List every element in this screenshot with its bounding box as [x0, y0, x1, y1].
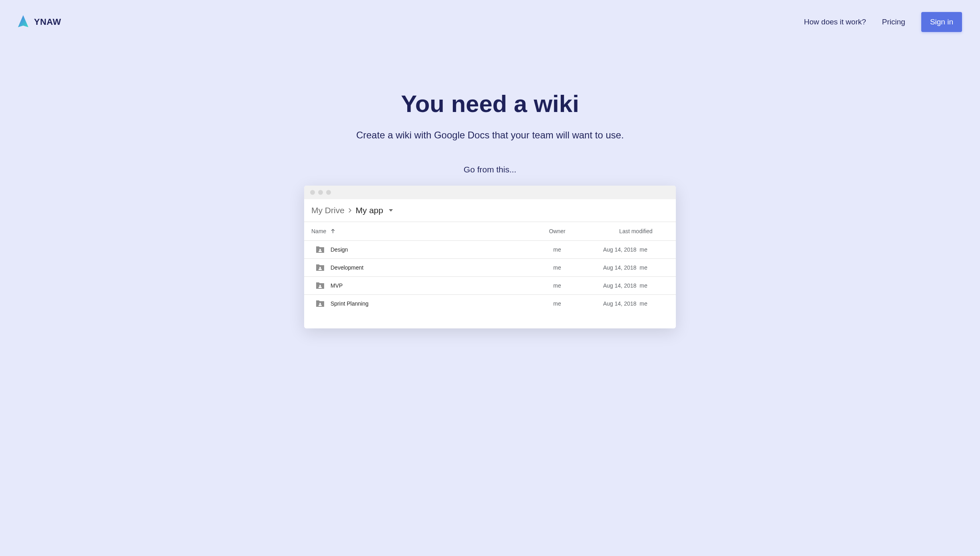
logo-tree-icon	[18, 15, 28, 29]
breadcrumb-root[interactable]: My Drive	[311, 206, 345, 215]
dropdown-caret-icon[interactable]	[389, 209, 393, 212]
modified-date: Aug 14, 2018	[603, 282, 636, 289]
nav-how-it-works[interactable]: How does it work?	[804, 18, 866, 26]
traffic-light-icon	[318, 190, 323, 195]
table-row[interactable]: Sprint PlanningmeAug 14, 2018me	[304, 295, 676, 312]
column-name-header[interactable]: Name	[311, 228, 326, 234]
logo[interactable]: YNAW	[18, 15, 61, 29]
breadcrumb-current[interactable]: My app	[356, 206, 383, 215]
shared-folder-icon	[315, 264, 325, 272]
modified-date: Aug 14, 2018	[603, 246, 636, 253]
sign-in-button[interactable]: Sign in	[921, 12, 962, 32]
file-name: Development	[331, 264, 364, 271]
drive-content: My Drive My app Name Owner	[304, 199, 676, 328]
shared-folder-icon	[315, 282, 325, 290]
sort-ascending-icon[interactable]	[330, 228, 336, 234]
file-name: Design	[331, 246, 348, 253]
modified-by: me	[639, 282, 647, 289]
file-owner: me	[511, 246, 603, 253]
modified-by: me	[639, 300, 647, 307]
svg-point-1	[319, 267, 321, 268]
logo-text: YNAW	[34, 17, 61, 27]
main-nav: How does it work? Pricing Sign in	[804, 12, 962, 32]
nav-pricing[interactable]: Pricing	[882, 18, 905, 26]
traffic-light-icon	[310, 190, 315, 195]
hero-subtitle: Create a wiki with Google Docs that your…	[0, 130, 980, 141]
page-header: YNAW How does it work? Pricing Sign in	[0, 0, 980, 44]
browser-chrome	[304, 186, 676, 199]
table-row[interactable]: MVPmeAug 14, 2018me	[304, 277, 676, 295]
table-body: DesignmeAug 14, 2018meDevelopmentmeAug 1…	[304, 241, 676, 328]
svg-point-2	[319, 285, 321, 286]
drive-screenshot: My Drive My app Name Owner	[304, 186, 676, 328]
hero-section: You need a wiki Create a wiki with Googl…	[0, 90, 980, 328]
modified-by: me	[639, 264, 647, 271]
shared-folder-icon	[315, 246, 325, 254]
chevron-right-icon	[349, 208, 352, 213]
file-owner: me	[511, 282, 603, 289]
table-row[interactable]: DevelopmentmeAug 14, 2018me	[304, 259, 676, 277]
table-row[interactable]: DesignmeAug 14, 2018me	[304, 241, 676, 259]
table-header: Name Owner Last modified	[304, 222, 676, 241]
column-owner-header[interactable]: Owner	[549, 228, 565, 234]
breadcrumb: My Drive My app	[304, 199, 676, 222]
traffic-light-icon	[326, 190, 331, 195]
shared-folder-icon	[315, 300, 325, 308]
file-owner: me	[511, 264, 603, 271]
file-name: MVP	[331, 282, 343, 289]
svg-point-0	[319, 249, 321, 250]
modified-by: me	[639, 246, 647, 253]
hero-title: You need a wiki	[0, 90, 980, 118]
column-modified-header[interactable]: Last modified	[619, 228, 652, 234]
file-name: Sprint Planning	[331, 300, 368, 307]
svg-point-3	[319, 303, 321, 304]
file-owner: me	[511, 300, 603, 307]
modified-date: Aug 14, 2018	[603, 264, 636, 271]
transition-label: Go from this...	[0, 165, 980, 174]
modified-date: Aug 14, 2018	[603, 300, 636, 307]
